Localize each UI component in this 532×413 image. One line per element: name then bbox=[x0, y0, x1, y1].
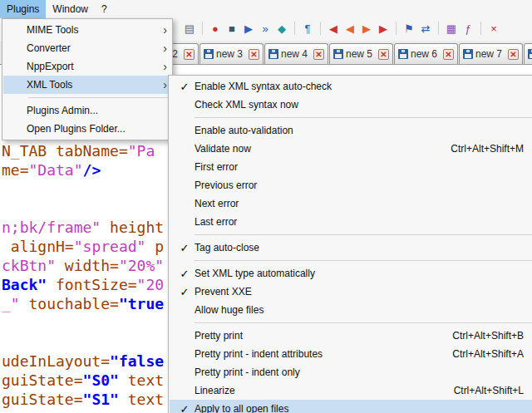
tab-close-icon[interactable]: ✕ bbox=[249, 49, 259, 60]
code-token: ckBtn" bbox=[2, 257, 65, 274]
xml-tools-item-tag-auto-close[interactable]: ✓Tag auto-close bbox=[170, 238, 532, 257]
plugins-menu-item-open-plugins-folder[interactable]: Open Plugins Folder... bbox=[3, 120, 171, 138]
plugins-menu-item-mime-tools[interactable]: MIME Tools› bbox=[3, 21, 171, 39]
save-macro-icon[interactable]: ◆ bbox=[274, 21, 289, 36]
tab-new-8[interactable]: new 8✕ bbox=[524, 43, 532, 64]
last-error-icon[interactable]: ▶ bbox=[376, 21, 391, 36]
menu-item-label: Enable auto-validation bbox=[195, 125, 500, 136]
plugins-menu-item-plugins-admin[interactable]: Plugins Admin... bbox=[3, 101, 171, 120]
checkmark-icon: ✓ bbox=[175, 403, 195, 413]
tab-close-icon[interactable]: ✕ bbox=[443, 49, 454, 60]
print-icon[interactable]: ▤ bbox=[182, 21, 197, 36]
toolbar-separator bbox=[480, 22, 481, 35]
menu-item-label: Apply to all open files bbox=[195, 403, 500, 413]
code-line: ckBtn" width="20%" bbox=[2, 256, 164, 275]
plugins-menu-item-converter[interactable]: Converter› bbox=[3, 39, 171, 57]
tab-strip: new 2✕new 3✕new 4✕new 5✕new 6✕new 7✕new … bbox=[135, 43, 532, 64]
xml-tools-item-first-error[interactable]: First error bbox=[170, 158, 532, 176]
xml-tools-item-pretty-print-indent-attributes[interactable]: Pretty print - indent attributesCtrl+Alt… bbox=[170, 345, 532, 363]
checkmark-icon: ✓ bbox=[175, 242, 195, 254]
stop-record-icon[interactable]: ■ bbox=[224, 21, 239, 36]
plugins-dropdown-menu: MIME Tools›Converter›NppExport›XML Tools… bbox=[2, 18, 173, 140]
checkmark-icon: ✓ bbox=[175, 268, 195, 280]
menu-item-label: Linearize bbox=[195, 385, 431, 396]
first-error-icon[interactable]: ◀ bbox=[326, 21, 341, 36]
tab-new-5[interactable]: new 5✕ bbox=[329, 43, 393, 64]
menubar-item-window[interactable]: Window bbox=[46, 0, 95, 18]
checkmark-icon: ✓ bbox=[175, 286, 195, 298]
xml-tools-item-validate-now[interactable]: Validate nowCtrl+Alt+Shift+M bbox=[170, 140, 532, 158]
code-line bbox=[2, 199, 164, 218]
play-macro-icon[interactable]: ▶ bbox=[241, 21, 256, 36]
code-line bbox=[2, 179, 164, 199]
menu-item-label: Last error bbox=[195, 216, 500, 228]
saved-file-icon bbox=[333, 49, 343, 59]
menu-item-label: First error bbox=[195, 161, 500, 173]
code-token: N_TAB tabName= bbox=[2, 142, 128, 160]
record-macro-icon[interactable]: ● bbox=[208, 21, 223, 36]
tab-close-icon[interactable]: ✕ bbox=[184, 49, 195, 60]
previous-error-icon[interactable]: ◀ bbox=[342, 21, 357, 36]
code-token: p bbox=[145, 238, 164, 255]
code-line: me="Data"/> bbox=[2, 160, 164, 179]
saved-file-icon bbox=[268, 49, 278, 59]
close-document-icon[interactable]: × bbox=[486, 21, 501, 36]
code-token: guiState= bbox=[2, 391, 83, 408]
menu-item-label: NppExport bbox=[27, 61, 157, 72]
xml-tools-item-apply-to-all-open-files[interactable]: ✓Apply to all open files bbox=[170, 400, 532, 413]
code-token: /> bbox=[83, 161, 101, 179]
xml-tools-item-previous-error[interactable]: Previous error bbox=[170, 176, 532, 194]
code-line: n;bk/frame" height bbox=[2, 218, 164, 237]
xml-tools-item-next-error[interactable]: Next error bbox=[170, 194, 532, 213]
xml-tools-item-prevent-xxe[interactable]: ✓Prevent XXE bbox=[170, 283, 532, 301]
menu-item-label: Converter bbox=[27, 42, 157, 54]
tab-close-icon[interactable]: ✕ bbox=[313, 49, 324, 60]
code-token: Back" bbox=[2, 276, 47, 293]
tab-label: new 3 bbox=[216, 48, 246, 60]
code-token: "S0" bbox=[83, 371, 119, 389]
function-list-icon[interactable]: ƒ bbox=[461, 21, 475, 36]
sync-scroll-icon[interactable]: ⇄ bbox=[418, 21, 433, 36]
menu-item-shortcut: Ctrl+Alt+Shift+B bbox=[452, 330, 524, 342]
code-token: "Pa bbox=[128, 142, 155, 160]
menubar-item-plugins[interactable]: Plugins bbox=[0, 0, 46, 18]
menu-item-shortcut: Ctrl+Alt+Shift+L bbox=[454, 385, 524, 396]
xml-tools-item-pretty-print-indent-only[interactable]: Pretty print - indent only bbox=[170, 363, 532, 381]
plugins-menu-item-nppexport[interactable]: NppExport› bbox=[3, 57, 171, 76]
code-token: "Data" bbox=[29, 161, 83, 179]
tab-new-4[interactable]: new 4✕ bbox=[264, 43, 328, 64]
menubar-item-[interactable]: ? bbox=[95, 0, 114, 18]
tab-close-icon[interactable]: ✕ bbox=[508, 49, 519, 60]
run-macro-multiple-icon[interactable]: » bbox=[258, 21, 273, 36]
toolbar-separator bbox=[438, 22, 439, 35]
xml-tools-item-linearize[interactable]: LinearizeCtrl+Alt+Shift+L bbox=[170, 381, 532, 400]
xml-tools-item-set-xml-type-automatically[interactable]: ✓Set XML type automatically bbox=[170, 264, 532, 283]
saved-file-icon bbox=[463, 49, 473, 59]
code-line: guiState="S0" text bbox=[2, 371, 164, 390]
tab-close-icon[interactable]: ✕ bbox=[378, 49, 389, 60]
menu-item-label: Next error bbox=[195, 198, 500, 209]
code-token: alignH= bbox=[2, 238, 74, 255]
menu-item-label: Validate now bbox=[195, 143, 427, 155]
tab-new-7[interactable]: new 7✕ bbox=[459, 43, 523, 64]
next-error-icon[interactable]: ▶ bbox=[359, 21, 374, 36]
xml-tools-item-allow-huge-files[interactable]: Allow huge files bbox=[170, 301, 532, 319]
tab-new-3[interactable]: new 3✕ bbox=[200, 43, 264, 64]
xml-tools-item-last-error[interactable]: Last error bbox=[170, 213, 532, 231]
code-token: text bbox=[119, 371, 164, 389]
menu-item-label: Allow huge files bbox=[195, 304, 500, 316]
bookmark-icon[interactable]: ⚑ bbox=[401, 21, 416, 36]
xml-tools-item-enable-auto-validation[interactable]: Enable auto-validation bbox=[170, 121, 532, 140]
xml-tools-item-pretty-print[interactable]: Pretty printCtrl+Alt+Shift+B bbox=[170, 327, 532, 345]
show-all-chars-icon[interactable]: ¶ bbox=[300, 21, 315, 36]
tab-new-6[interactable]: new 6✕ bbox=[394, 43, 458, 64]
xml-tools-item-enable-xml-syntax-auto-check[interactable]: ✓Enable XML syntax auto-check bbox=[170, 77, 532, 96]
doc-map-icon[interactable]: ▦ bbox=[444, 21, 459, 36]
code-token: udeInLayout= bbox=[2, 352, 110, 370]
menu-item-label: Pretty print - indent attributes bbox=[195, 348, 429, 360]
plugins-menu-item-xml-tools[interactable]: XML Tools› bbox=[3, 76, 171, 94]
code-token: touchable= bbox=[29, 295, 119, 312]
toolbar-separator bbox=[294, 22, 295, 35]
menu-item-label: Pretty print bbox=[195, 330, 429, 342]
xml-tools-item-check-xml-syntax-now[interactable]: Check XML syntax now bbox=[170, 96, 532, 114]
